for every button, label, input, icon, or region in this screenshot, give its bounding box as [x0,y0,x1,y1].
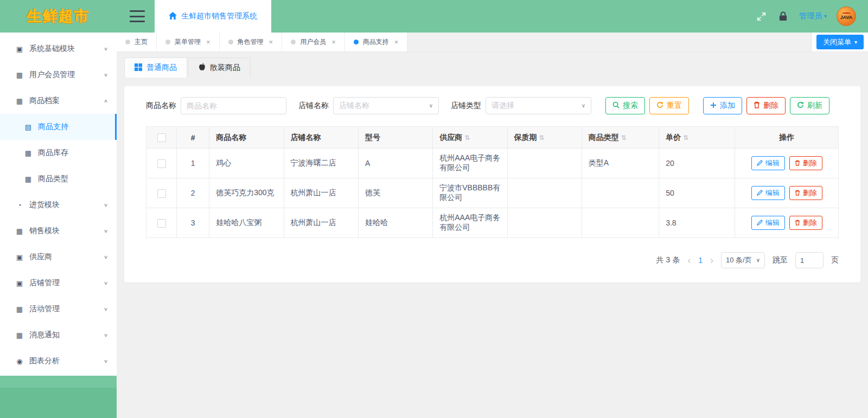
monitor-icon: ▣ [15,45,24,53]
tab-user-member[interactable]: 用户会员 × [282,33,345,52]
grid-icon: ▦ [24,175,33,183]
fullscreen-icon[interactable] [756,10,768,22]
avatar[interactable]: JAVA [837,7,856,26]
cell-supplier: 宁波市VBBBBB有限公司 [433,178,507,208]
tab-role-manage[interactable]: 角色管理 × [220,33,283,52]
tab-menu-manage[interactable]: 菜单管理 × [157,33,220,52]
close-icon[interactable]: × [331,38,336,46]
admin-dropdown[interactable]: 管理员 ▾ [799,11,827,21]
tab-product-support[interactable]: 商品支持 × [345,33,408,52]
close-icon[interactable]: × [269,38,273,46]
tab-label: 主页 [135,37,148,47]
avatar-text: JAVA [840,15,853,20]
row-checkbox[interactable] [157,159,166,168]
tabstrip-end: 关闭菜单 ▾ [812,33,868,52]
close-menu-label: 关闭菜单 [823,37,851,47]
sidebar-item-product-stock[interactable]: ▦ 商品库存 [0,140,117,166]
sidebar-item-label: 消息通知 [29,330,60,340]
product-name-input[interactable] [181,97,286,114]
select-all-checkbox[interactable] [157,133,166,142]
close-icon[interactable]: × [394,38,399,46]
delete-button[interactable]: 删除 [746,97,786,114]
subtab-normal-product[interactable]: 普通商品 [124,57,187,78]
shop-type-select[interactable]: 请选择 ∨ [486,97,591,114]
product-archive-submenu: ▤ 商品支持 ▦ 商品库存 ▦ 商品类型 [0,114,117,192]
jump-page-input[interactable] [795,252,824,268]
sidebar-item-sales[interactable]: ▦ 销售模块 ∨ [0,218,117,244]
row-checkbox[interactable] [157,189,166,198]
trash-icon [795,189,800,197]
panel-icon: ▣ [15,253,24,261]
product-subtabs: 普通商品 散装商品 [124,57,860,78]
grid-icon: ▦ [15,97,24,105]
product-table-wrapper: # 商品名称 店铺名称 型号 供应商⇅ 保质期⇅ 商品类型⇅ 单价⇅ 操作 [146,126,839,238]
jump-label: 跳至 [773,255,788,265]
search-button[interactable]: 搜索 [605,97,645,114]
col-price[interactable]: 单价⇅ [659,127,735,149]
delete-row-button[interactable]: 删除 [789,216,822,230]
edit-row-button[interactable]: 编辑 [751,186,785,200]
sidebar-item-product-type[interactable]: ▦ 商品类型 [0,166,117,192]
trash-icon [795,159,800,168]
current-page[interactable]: 1 [698,256,703,265]
edit-row-button[interactable]: 编辑 [751,216,785,230]
add-button[interactable]: 添加 [703,97,742,114]
sort-icon[interactable]: ⇅ [464,134,470,142]
shop-name-label: 店铺名称 [298,101,329,111]
prev-page-icon[interactable]: ‹ [687,255,691,265]
shop-name-select[interactable]: 店铺名称 ∨ [333,97,439,114]
lock-icon[interactable] [777,10,789,22]
subtab-bulk-product[interactable]: 散装商品 [188,57,251,78]
sort-icon[interactable]: ⇅ [539,134,545,142]
cell-shop-name: 宁波海曙二店 [284,149,358,178]
system-title-tab[interactable]: 生鲜超市销售管理系统 [155,0,271,33]
tab-home[interactable]: 主页 [117,33,157,52]
edit-row-button[interactable]: 编辑 [751,156,785,170]
sort-icon[interactable]: ⇅ [621,134,627,142]
type-select-placeholder: 请选择 [492,101,514,111]
sidebar-item-purchase[interactable]: ◔ 进货模块 ∨ [0,192,117,218]
page-size-select[interactable]: 10 条/页 ∨ [721,252,765,268]
close-menu-button[interactable]: 关闭菜单 ▾ [816,35,864,49]
sort-icon[interactable]: ⇅ [683,134,688,142]
shop-select-placeholder: 店铺名称 [339,101,369,111]
sidebar-item-label: 商品类型 [38,174,68,184]
sidebar-item-product-support[interactable]: ▤ 商品支持 [0,114,117,140]
sidebar-item-supplier[interactable]: ▣ 供应商 ∨ [0,244,117,270]
row-checkbox[interactable] [157,219,166,228]
col-actions: 操作 [735,127,839,149]
home-icon [169,12,177,21]
col-shop-name: 店铺名称 [284,127,358,149]
next-page-icon[interactable]: › [710,255,713,265]
delete-row-button[interactable]: 删除 [789,156,822,170]
sidebar-footer [0,376,117,418]
delete-row-button[interactable]: 删除 [789,186,822,200]
tab-label: 商品支持 [363,37,389,47]
reset-button[interactable]: 重置 [649,97,689,114]
system-title: 生鲜超市销售管理系统 [181,11,257,21]
trash-icon [754,101,760,110]
sidebar-item-activity[interactable]: ▦ 活动管理 ∨ [0,296,117,322]
close-icon[interactable]: × [206,38,210,46]
chevron-up-icon: ∧ [104,98,108,104]
sidebar-item-message[interactable]: ▦ 消息通知 ∨ [0,322,117,348]
sidebar-item-product-archive[interactable]: ▦ 商品档案 ∧ [0,88,117,114]
page-tabstrip: 主页 菜单管理 × 角色管理 × 用户会员 × [117,33,868,52]
sidebar-item-shop-manage[interactable]: ▣ 店铺管理 ∨ [0,270,117,296]
grid-icon: ▦ [15,227,24,235]
col-product-type[interactable]: 商品类型⇅ [582,127,659,149]
cell-product-type: 类型A [582,149,659,178]
sidebar-item-label: 系统基础模块 [29,44,75,54]
hamburger-menu-icon[interactable] [130,10,145,22]
sidebar-item-system-base[interactable]: ▣ 系统基础模块 ∨ [0,36,117,62]
col-model: 型号 [358,127,432,149]
product-name-label: 商品名称 [146,101,176,111]
sidebar-item-chart-analysis[interactable]: ◉ 图表分析 ∨ [0,348,117,374]
refresh-button[interactable]: 刷新 [790,97,829,114]
chevron-down-icon: ∨ [104,358,108,364]
table-row: 1 鸡心 宁波海曙二店 A 杭州AAA电子商务有限公司 类型A 20 [146,149,839,178]
sidebar-item-user-member[interactable]: ▦ 用户会员管理 ∨ [0,62,117,88]
col-shelf-life[interactable]: 保质期⇅ [507,127,582,149]
cell-shelf-life [507,208,582,238]
col-supplier[interactable]: 供应商⇅ [433,127,507,149]
